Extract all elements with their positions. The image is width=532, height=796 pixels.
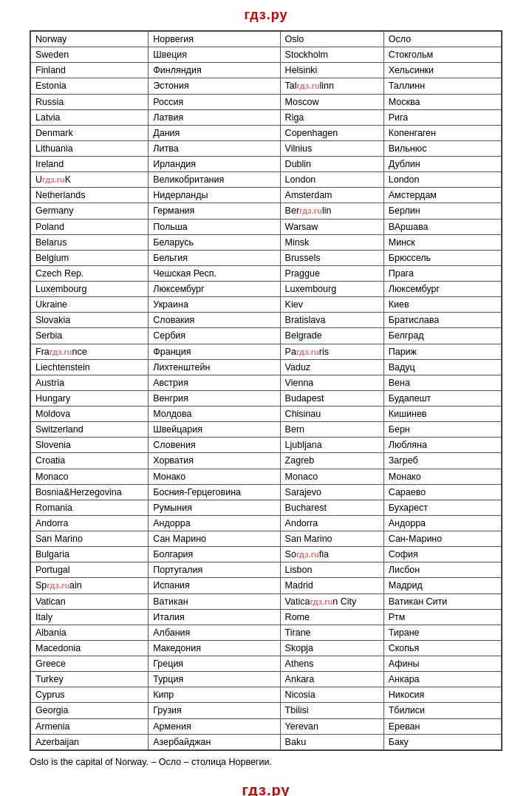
table-cell: Ватикан Сити (383, 593, 501, 609)
table-cell: ВАршава (383, 219, 501, 234)
table-cell: Хорватия (149, 453, 280, 469)
bottom-logo: гдз.ру (242, 782, 290, 796)
table-cell: Германия (149, 203, 280, 219)
table-cell: Spгдз.ruain (31, 578, 149, 593)
table-row: HungaryВенгрияBudapestБудапешт (31, 390, 502, 406)
table-cell: Братислава (383, 313, 501, 328)
table-row: SwitzerlandШвейцарияBernБерн (31, 422, 502, 438)
table-cell: Норвегия (149, 32, 280, 47)
table-cell: Андорра (383, 515, 501, 531)
table-cell: Монако (383, 469, 501, 484)
table-cell: Romania (31, 500, 149, 515)
table-row: LithuaniaЛитваVilniusВильнюс (31, 140, 502, 156)
table-cell: Hungary (31, 390, 149, 406)
table-cell: Баку (383, 734, 501, 749)
table-row: MonacoМонакоMonacoМонако (31, 469, 502, 484)
table-cell: Португалия (149, 562, 280, 578)
table-row: BulgariaБолгарияSoгдз.rufiaСофия (31, 547, 502, 562)
table-row: LiechtensteinЛихтенштейнVaduzВадуц (31, 359, 502, 375)
table-cell: Austria (31, 375, 149, 390)
table-cell: Беларусь (149, 234, 280, 250)
table-row: AlbaniaАлбанияTiraneТиране (31, 625, 502, 640)
countries-table: NorwayНорвегияOsloОслоSwedenШвецияStockh… (30, 31, 502, 750)
table-cell: Yerevan (280, 718, 383, 734)
table-row: Uгдз.ruKВеликобританияLondonLondon (31, 172, 502, 188)
table-cell: Soгдз.rufia (280, 547, 383, 562)
table-cell: Тиране (383, 625, 501, 640)
table-row: FinlandФинляндияHelsinkiХельсинки (31, 63, 502, 78)
table-cell: Великобритания (149, 172, 280, 188)
table-cell: Венгрия (149, 390, 280, 406)
table-row: UkraineУкраинаKievКиев (31, 297, 502, 313)
table-cell: Andorra (31, 515, 149, 531)
table-cell: Нидерланды (149, 188, 280, 203)
table-cell: Вадуц (383, 359, 501, 375)
table-cell: Vilnius (280, 140, 383, 156)
table-cell: Украина (149, 297, 280, 313)
table-cell: Athens (280, 656, 383, 672)
table-row: VaticanВатиканVaticaгдз.run CityВатикан … (31, 593, 502, 609)
table-cell: Cyprus (31, 687, 149, 703)
table-cell: Bern (280, 422, 383, 438)
table-cell: Италия (149, 609, 280, 625)
table-cell: Босния-Герцеговина (149, 484, 280, 500)
table-row: Spгдз.ruainИспанияMadridМадрид (31, 578, 502, 593)
table-cell: Amsterdam (280, 188, 383, 203)
table-cell: Скопья (383, 640, 501, 656)
table-cell: Минск (383, 234, 501, 250)
table-cell: Bosnia&Herzegovina (31, 484, 149, 500)
table-row: MacedoniaМакедонияSkopjaСкопья (31, 640, 502, 656)
table-cell: Ирландия (149, 157, 280, 172)
table-cell: Греция (149, 656, 280, 672)
table-cell: Любляна (383, 438, 501, 453)
table-cell: Сан Марино (149, 531, 280, 547)
table-cell: Ankara (280, 672, 383, 687)
table-cell: Denmark (31, 125, 149, 140)
table-cell: Хельсинки (383, 63, 501, 78)
table-row: AzerbaijanАзербайджанBakuБаку (31, 734, 502, 749)
table-cell: Sweden (31, 47, 149, 63)
table-row: ItalyИталияRomeРтм (31, 609, 502, 625)
table-cell: Албания (149, 625, 280, 640)
table-cell: Warsaw (280, 219, 383, 234)
table-row: BelgiumБельгияBrusselsБрюссель (31, 250, 502, 265)
table-cell: Берн (383, 422, 501, 438)
table-cell: Бельгия (149, 250, 280, 265)
table-row: LuxembourgЛюксембургLuxembourgЛюксембург (31, 282, 502, 297)
table-cell: Россия (149, 94, 280, 109)
table-row: SloveniaСловенияLjubljanaЛюбляна (31, 438, 502, 453)
table-cell: San Marino (280, 531, 383, 547)
table-cell: Кишинев (383, 406, 501, 422)
table-cell: Moscow (280, 94, 383, 109)
table-cell: Копенгаген (383, 125, 501, 140)
table-cell: Czech Rep. (31, 265, 149, 281)
table-cell: Анкара (383, 672, 501, 687)
table-cell: London (280, 172, 383, 188)
table-cell: Switzerland (31, 422, 149, 438)
table-cell: Finland (31, 63, 149, 78)
table-cell: Испания (149, 578, 280, 593)
table-cell: Vienna (280, 375, 383, 390)
table-cell: Люксембург (149, 282, 280, 297)
table-cell: Берлин (383, 203, 501, 219)
table-cell: Бухарест (383, 500, 501, 515)
table-cell: Turkey (31, 672, 149, 687)
table-cell: Париж (383, 344, 501, 359)
table-cell: Zagreb (280, 453, 383, 469)
table-cell: San Marino (31, 531, 149, 547)
table-cell: Serbia (31, 328, 149, 344)
footer-note: Oslo is the capital of Norway. – Осло – … (30, 757, 502, 767)
table-cell: Эстония (149, 78, 280, 94)
table-cell: Тбилиси (383, 703, 501, 718)
table-cell: Budapest (280, 390, 383, 406)
table-row: ArmeniaАрменияYerevanЕреван (31, 718, 502, 734)
table-row: SwedenШвецияStockholmСтокгольм (31, 47, 502, 63)
table-cell: Ереван (383, 718, 501, 734)
table-cell: Сараево (383, 484, 501, 500)
table-cell: Сан-Марино (383, 531, 501, 547)
table-cell: Rome (280, 609, 383, 625)
table-cell: Luxembourg (31, 282, 149, 297)
table-cell: Кипр (149, 687, 280, 703)
header-title: гдз.ру (244, 7, 287, 23)
table-cell: Monaco (31, 469, 149, 484)
